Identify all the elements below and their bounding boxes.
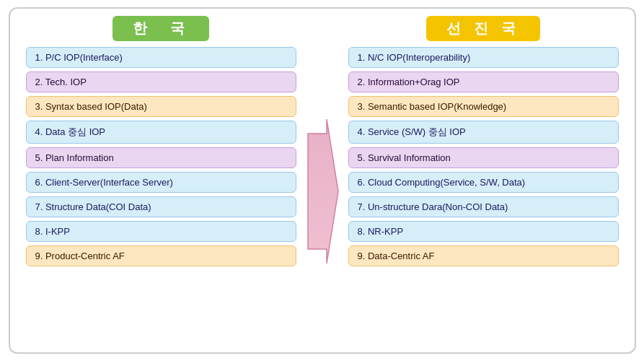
right-item-4: 4. Service (S/W) 중심 IOP [348,121,619,144]
left-item-1: 1. P/C IOP(Interface) [26,47,296,68]
main-container: 한 국 1. P/C IOP(Interface)2. Tech. IOP3. … [9,7,636,354]
left-item-3: 3. Syntax based IOP(Data) [26,96,296,117]
right-item-9: 9. Data-Centric AF [348,245,619,266]
right-item-3: 3. Semantic based IOP(Knowledge) [348,96,619,117]
right-item-1: 1. N/C IOP(Interoperability) [348,47,619,68]
left-item-9: 9. Product-Centric AF [26,245,296,266]
left-column: 한 국 1. P/C IOP(Interface)2. Tech. IOP3. … [22,16,301,345]
direction-arrow [305,112,340,271]
left-item-5: 5. Plan Information [26,147,296,168]
left-item-2: 2. Tech. IOP [26,71,296,92]
right-item-6: 6. Cloud Computing(Service, S/W, Data) [348,172,619,193]
right-item-8: 8. NR-KPP [348,221,619,242]
right-item-7: 7. Un-structure Dara(Non-COI Data) [348,196,619,217]
right-header: 선 진 국 [426,16,539,41]
right-column: 선 진 국 1. N/C IOP(Interoperability)2. Inf… [344,16,623,345]
left-item-8: 8. I-KPP [26,221,296,242]
left-header: 한 국 [113,16,209,41]
columns-wrapper: 한 국 1. P/C IOP(Interface)2. Tech. IOP3. … [22,16,623,345]
right-item-2: 2. Information+Orag IOP [348,71,619,92]
svg-marker-0 [308,119,338,264]
left-item-7: 7. Structure Data(COI Data) [26,196,296,217]
right-item-list: 1. N/C IOP(Interoperability)2. Informati… [344,47,623,266]
right-item-5: 5. Survival Information [348,147,619,168]
left-item-list: 1. P/C IOP(Interface)2. Tech. IOP3. Synt… [22,47,301,266]
left-item-6: 6. Client-Server(Interface Server) [26,172,296,193]
left-item-4: 4. Data 중심 IOP [26,121,296,144]
arrow-container [301,16,344,345]
